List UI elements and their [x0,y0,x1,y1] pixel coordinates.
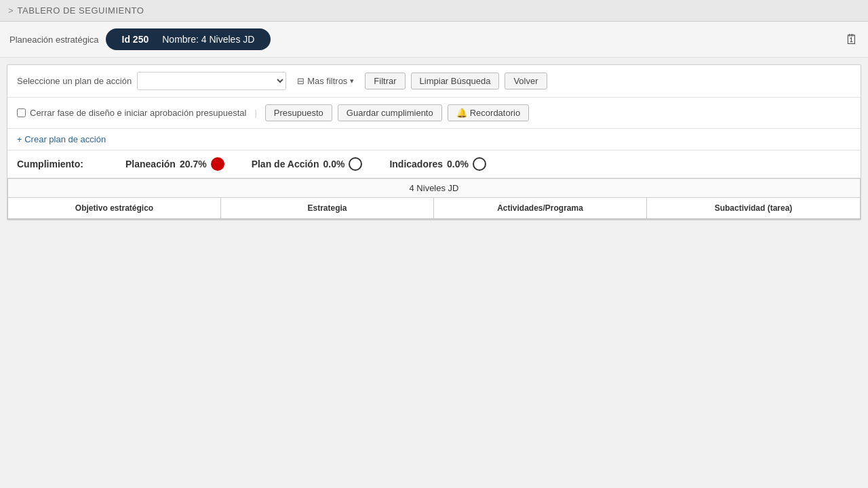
table-section: 4 Niveles JD Objetivo estratégico Estrat… [7,178,861,220]
arrow-icon: > [8,5,14,16]
indicadores-value: 0.0% [447,159,469,169]
limpiar-busqueda-button[interactable]: Limpiar Búsqueda [411,73,500,89]
create-row: + Crear plan de acción [7,129,861,150]
create-plan-link[interactable]: + Crear plan de acción [17,134,106,144]
col-objetivo: Objetivo estratégico [8,198,221,218]
guardar-cumplimiento-button[interactable]: Guardar cumplimiento [338,104,442,121]
table-group-header: 4 Niveles JD [8,179,860,198]
cumplimiento-row: Cumplimiento: Planeación 20.7% Plan de A… [7,150,861,178]
top-bar: > TABLERO DE SEGUIMIENTO [0,0,868,22]
filter-label: Seleccione un plan de acción [17,76,132,86]
col-subactividad: Subactividad (tarea) [647,198,860,218]
plan-accion-select[interactable] [137,72,286,90]
recordatorio-button[interactable]: 🔔 Recordatorio [448,104,529,121]
filtrar-button[interactable]: Filtrar [365,73,405,89]
mas-filtros-label: Mas filtros [307,76,347,86]
breadcrumb-label: Planeación estratégica [9,35,99,45]
col-actividades: Actividades/Programa [434,198,647,218]
cumplimiento-label: Cumplimiento: [17,159,105,169]
presupuesto-button[interactable]: Presupuesto [265,104,332,121]
volver-button[interactable]: Volver [505,73,547,89]
id-pill-name: Nombre: 4 Niveles JD [162,34,254,45]
planeacion-item: Planeación 20.7% [125,157,224,171]
plan-accion-value: 0.0% [323,159,344,169]
mas-filtros-button[interactable]: ⊟ Mas filtros ▾ [292,73,359,89]
id-pill[interactable]: Id 250 Nombre: 4 Niveles JD [106,28,271,50]
phase-label: Cerrar fase de diseño e iniciar aprobaci… [30,108,246,118]
plan-accion-item: Plan de Acción 0.0% [252,157,363,171]
chevron-down-icon: ▾ [350,77,354,85]
breadcrumb-left: Planeación estratégica Id 250 Nombre: 4 … [9,28,271,50]
breadcrumb-row: Planeación estratégica Id 250 Nombre: 4 … [0,22,868,58]
planeacion-indicator-red [211,157,224,171]
phase-checkbox-label[interactable]: Cerrar fase de diseño e iniciar aprobaci… [17,108,246,118]
indicadores-name: Indicadores [389,159,443,169]
calendar-icon[interactable]: 🗓 [845,32,859,47]
bell-icon: 🔔 [456,108,467,118]
phase-checkbox[interactable] [17,108,26,117]
planeacion-name: Planeación [125,159,176,169]
filter-row: Seleccione un plan de acción ⊟ Mas filtr… [7,65,861,98]
id-pill-id: Id 250 [122,34,149,45]
separator: | [254,108,256,118]
recordatorio-label: Recordatorio [470,108,520,118]
planeacion-value: 20.7% [180,159,207,169]
plan-accion-indicator-empty [349,157,362,171]
filter-icon: ⊟ [297,76,304,86]
col-estrategia: Estrategia [221,198,434,218]
table-header-row: Objetivo estratégico Estrategia Activida… [8,198,860,219]
indicadores-indicator-empty [473,157,486,171]
actions-row: Cerrar fase de diseño e iniciar aprobaci… [7,98,861,129]
main-content: Seleccione un plan de acción ⊟ Mas filtr… [7,64,861,220]
indicadores-item: Indicadores 0.0% [389,157,486,171]
plan-accion-name: Plan de Acción [252,159,319,169]
top-bar-title: TABLERO DE SEGUIMIENTO [18,5,144,16]
